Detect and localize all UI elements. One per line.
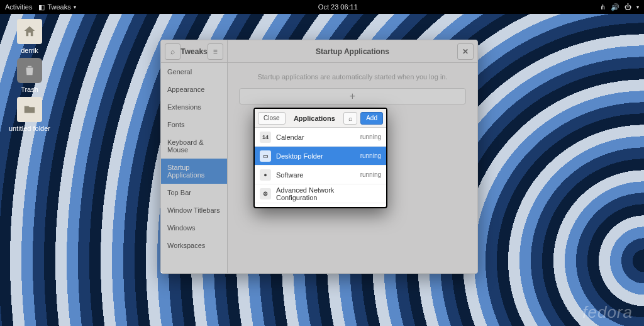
app-status: running bbox=[360, 152, 381, 159]
sidebar-item-top-bar[interactable]: Top Bar bbox=[161, 184, 227, 201]
window-title: Startup Applications bbox=[316, 47, 389, 56]
trash-icon[interactable]: Trash bbox=[8, 58, 52, 93]
sidebar-item-extensions[interactable]: Extensions bbox=[161, 98, 227, 116]
applications-list[interactable]: 14Calendarrunning▭Desktop Folderrunning●… bbox=[255, 128, 386, 207]
sidebar-item-windows[interactable]: Windows bbox=[161, 219, 227, 237]
app-status: running bbox=[360, 133, 381, 140]
app-icon: ◯ bbox=[260, 207, 271, 208]
chevron-down-icon: ▾ bbox=[636, 4, 639, 10]
sidebar-item-keyboard-mouse[interactable]: Keyboard & Mouse bbox=[161, 133, 227, 159]
sidebar-item-appearance[interactable]: Appearance bbox=[161, 81, 227, 98]
home-folder-icon[interactable]: derrik bbox=[8, 19, 52, 54]
applications-dialog: Close Applications ⌕ Add 14Calendarrunni… bbox=[253, 108, 387, 208]
app-name: Advanced Network Configuration bbox=[276, 186, 376, 201]
dialog-headerbar: Close Applications ⌕ Add bbox=[255, 109, 386, 128]
hamburger-menu-button[interactable]: ≡ bbox=[208, 43, 223, 60]
volume-icon: 🔊 bbox=[611, 3, 619, 11]
app-row[interactable]: 14Calendarrunning bbox=[255, 128, 386, 147]
fedora-watermark: fedora bbox=[582, 303, 633, 322]
sidebar-item-fonts[interactable]: Fonts bbox=[161, 116, 227, 133]
app-icon: 14 bbox=[260, 132, 271, 143]
hamburger-icon: ≡ bbox=[213, 47, 218, 56]
app-name: Desktop Folder bbox=[276, 152, 355, 160]
sidebar: GeneralAppearanceExtensionsFontsKeyboard… bbox=[161, 63, 228, 273]
app-row[interactable]: ●Softwarerunning bbox=[255, 166, 386, 184]
app-icon: ▭ bbox=[260, 150, 271, 162]
app-row[interactable]: ▭Desktop Folderrunning bbox=[255, 147, 386, 166]
startup-hint: Startup applications are automatically s… bbox=[239, 73, 466, 81]
app-name: Calendar bbox=[276, 133, 355, 141]
window-close-button[interactable]: ✕ bbox=[457, 43, 474, 60]
app-icon: ⚙ bbox=[260, 188, 271, 200]
sidebar-title: Tweaks bbox=[180, 47, 207, 56]
search-icon: ⌕ bbox=[348, 115, 353, 122]
network-icon: ⋔ bbox=[600, 3, 606, 11]
untitled-folder-label: untitled folder bbox=[8, 125, 52, 132]
dialog-search-button[interactable]: ⌕ bbox=[343, 112, 357, 125]
untitled-folder-icon[interactable]: untitled folder bbox=[8, 97, 52, 132]
app-status: running bbox=[360, 171, 381, 178]
sidebar-item-workspaces[interactable]: Workspaces bbox=[161, 237, 227, 254]
system-status-area[interactable]: ⋔ 🔊 ⏻ ▾ bbox=[600, 3, 639, 11]
app-menu[interactable]: ◧ Tweaks ▾ bbox=[38, 3, 75, 11]
close-button[interactable]: Close bbox=[258, 112, 286, 125]
sidebar-item-startup-applications[interactable]: Startup Applications bbox=[161, 159, 227, 184]
dialog-title: Applications bbox=[289, 115, 341, 122]
clock[interactable]: Oct 23 06:11 bbox=[76, 3, 600, 11]
add-startup-app-button[interactable]: + bbox=[239, 88, 466, 104]
power-icon: ⏻ bbox=[625, 3, 631, 11]
app-icon: ● bbox=[260, 169, 271, 181]
top-bar: Activities ◧ Tweaks ▾ Oct 23 06:11 ⋔ 🔊 ⏻… bbox=[0, 0, 644, 14]
sidebar-item-general[interactable]: General bbox=[161, 63, 227, 81]
app-menu-label: Tweaks bbox=[47, 3, 70, 11]
app-name: Software bbox=[276, 171, 355, 179]
app-row[interactable]: ◯Application Finder bbox=[255, 203, 386, 207]
search-icon: ⌕ bbox=[170, 47, 175, 56]
home-folder-label: derrik bbox=[8, 47, 52, 54]
trash-label: Trash bbox=[8, 86, 52, 93]
search-button[interactable]: ⌕ bbox=[165, 43, 180, 60]
activities-button[interactable]: Activities bbox=[5, 3, 32, 11]
sidebar-item-window-titlebars[interactable]: Window Titlebars bbox=[161, 201, 227, 219]
close-icon: ✕ bbox=[462, 47, 469, 56]
tweaks-indicator-icon: ◧ bbox=[38, 3, 45, 11]
add-button[interactable]: Add bbox=[360, 112, 383, 125]
tweaks-headerbar: ⌕ Tweaks ≡ Startup Applications ✕ bbox=[161, 40, 477, 63]
app-row[interactable]: ⚙Advanced Network Configuration bbox=[255, 184, 386, 203]
